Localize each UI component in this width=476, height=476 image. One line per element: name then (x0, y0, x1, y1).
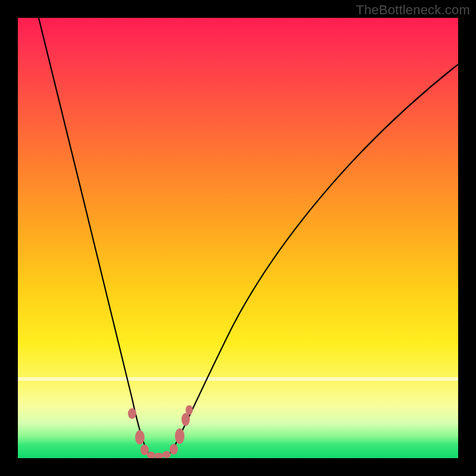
gradient-panel (18, 18, 458, 458)
highlight-band (18, 377, 458, 381)
watermark-text: TheBottleneck.com (356, 2, 470, 18)
